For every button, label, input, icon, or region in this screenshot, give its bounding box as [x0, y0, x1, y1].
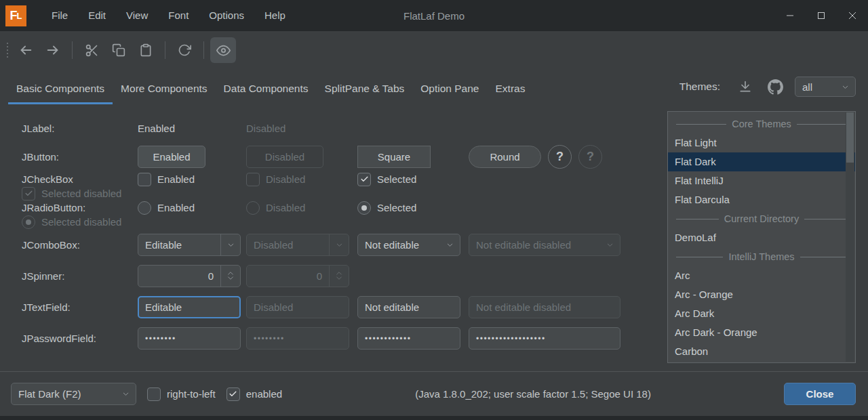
checkbox-selected[interactable]: Selected — [357, 173, 469, 186]
theme-separator-intellij-themes: IntelliJ Themes — [668, 247, 855, 266]
statusbar: Flat Dark (F2) right-to-left enabled (Ja… — [0, 371, 868, 416]
square-button[interactable]: Square — [357, 146, 431, 168]
theme-item-arc[interactable]: Arc — [668, 266, 855, 285]
main-area: Basic Components More Components Data Co… — [0, 69, 868, 371]
back-button[interactable] — [13, 37, 39, 63]
theme-item-flat-darcula[interactable]: Flat Darcula — [668, 190, 855, 209]
theme-list: Core Themes Flat Light Flat Dark Flat In… — [667, 111, 856, 363]
checkbox-icon — [147, 387, 161, 401]
enabled-checkbox[interactable]: enabled — [226, 387, 282, 401]
checkbox-checked-icon — [357, 173, 371, 186]
radio-enabled[interactable]: Enabled — [138, 201, 246, 215]
cut-button[interactable] — [79, 37, 104, 63]
spinner-value[interactable]: 0 — [138, 270, 220, 282]
arrow-left-icon — [18, 43, 33, 58]
menu-edit[interactable]: Edit — [78, 0, 116, 31]
menu-view[interactable]: View — [116, 0, 158, 31]
themes-header: Themes: all — [667, 69, 856, 104]
menubar: File Edit View Font Options Help — [41, 0, 296, 31]
combobox-editable[interactable]: Editable — [138, 234, 241, 256]
jcheckbox-row-label: JCheckBox — [22, 173, 138, 185]
github-icon — [768, 79, 783, 95]
checkbox-enabled[interactable]: Enabled — [138, 173, 246, 186]
menu-help[interactable]: Help — [254, 0, 296, 31]
jcheckbox-row: JCheckBox Enabled Disabled Selected Sele… — [22, 172, 667, 201]
jlabel-disabled: Disabled — [246, 123, 357, 134]
theme-separator-current-directory: Current Directory — [668, 209, 855, 228]
textfield-editable[interactable]: Editable — [138, 296, 241, 318]
spinner-enabled[interactable]: 0 — [138, 265, 241, 287]
laf-combobox[interactable]: Flat Dark (F2) — [11, 383, 136, 405]
password-dots: •••••••••••••••••• — [476, 333, 546, 343]
checkbox-label: Selected disabled — [41, 188, 121, 199]
theme-item-flat-dark[interactable]: Flat Dark — [668, 152, 855, 171]
forward-button[interactable] — [40, 37, 66, 63]
theme-item-demolaf[interactable]: DemoLaf — [668, 228, 855, 247]
theme-item-arc-dark[interactable]: Arc Dark — [668, 304, 855, 323]
tab-option-pane[interactable]: Option Pane — [412, 83, 487, 104]
tab-more-components[interactable]: More Components — [113, 83, 216, 104]
checkbox-selected-disabled: Selected disabled — [22, 187, 246, 201]
github-link-button[interactable] — [765, 77, 785, 97]
jspinner-row-label: JSpinner: — [22, 270, 138, 282]
theme-item-flat-light[interactable]: Flat Light — [668, 133, 855, 152]
minimize-button[interactable] — [774, 0, 806, 31]
tab-extras[interactable]: Extras — [488, 83, 534, 104]
radio-label: Enabled — [157, 202, 195, 213]
window-bottom-edge — [0, 416, 868, 420]
toolbar-grip-handle[interactable] — [7, 43, 8, 58]
clipboard-icon — [139, 43, 153, 57]
theme-item-flat-intellij[interactable]: Flat IntelliJ — [668, 171, 855, 190]
theme-list-scrollbar[interactable] — [846, 112, 854, 362]
themes-filter-combobox[interactable]: all — [795, 77, 856, 97]
separator-label: IntelliJ Themes — [728, 251, 794, 262]
show-hidden-toggle-button[interactable] — [210, 37, 236, 63]
close-window-button[interactable] — [837, 0, 868, 31]
close-button[interactable]: Close — [784, 383, 856, 405]
scrollbar-thumb[interactable] — [846, 112, 854, 163]
tab-data-components[interactable]: Data Components — [216, 83, 317, 104]
right-to-left-checkbox[interactable]: right-to-left — [147, 387, 216, 401]
maximize-button[interactable] — [806, 0, 837, 31]
download-icon — [738, 80, 752, 93]
spinner-buttons[interactable] — [220, 266, 240, 287]
spinner-disabled: 0 — [246, 265, 349, 287]
chevron-down-icon[interactable] — [440, 234, 460, 255]
laf-combobox-value: Flat Dark (F2) — [12, 388, 116, 400]
passwordfield-editable[interactable]: •••••••• — [138, 327, 241, 350]
radio-label: Disabled — [266, 202, 305, 213]
radio-label: Selected disabled — [41, 216, 121, 228]
password-dots: •••••••• — [145, 333, 176, 343]
copy-button[interactable] — [106, 37, 132, 63]
combobox-not-editable[interactable]: Not editable — [357, 234, 460, 256]
chevron-down-icon — [116, 383, 136, 404]
passwordfield-not-editable-disabled: •••••••••••••••••• — [469, 327, 620, 350]
checkbox-label: Disabled — [266, 173, 305, 185]
tab-splitpane-tabs[interactable]: SplitPane & Tabs — [317, 83, 413, 104]
passwordfield-not-editable[interactable]: •••••••••••• — [357, 327, 460, 350]
theme-item-arc-dark-orange[interactable]: Arc Dark - Orange — [668, 323, 855, 342]
component-rows: JLabel: Enabled Disabled JButton: Enable… — [0, 104, 667, 354]
paste-button[interactable] — [133, 37, 159, 63]
download-themes-button[interactable] — [735, 77, 755, 97]
checkbox-checked-icon — [226, 387, 240, 401]
textfield-disabled: Disabled — [246, 296, 349, 318]
refresh-button[interactable] — [172, 37, 197, 63]
menu-options[interactable]: Options — [199, 0, 254, 31]
theme-item-carbon[interactable]: Carbon — [668, 342, 855, 361]
help-button-disabled: ? — [578, 145, 602, 169]
menu-file[interactable]: File — [41, 0, 78, 31]
menu-font[interactable]: Font — [158, 0, 199, 31]
theme-item-arc-orange[interactable]: Arc - Orange — [668, 285, 855, 304]
refresh-icon — [178, 43, 191, 57]
round-button[interactable]: Round — [469, 146, 541, 168]
checkbox-icon — [246, 173, 260, 186]
enabled-button[interactable]: Enabled — [138, 146, 205, 168]
jlabel-row-label: JLabel: — [22, 123, 138, 134]
chevron-down-icon — [227, 276, 234, 280]
chevron-down-icon[interactable] — [220, 234, 240, 255]
tab-basic-components[interactable]: Basic Components — [8, 83, 113, 104]
textfield-not-editable[interactable]: Not editable — [357, 296, 460, 318]
help-button[interactable]: ? — [548, 145, 572, 169]
radio-selected[interactable]: Selected — [357, 201, 469, 215]
